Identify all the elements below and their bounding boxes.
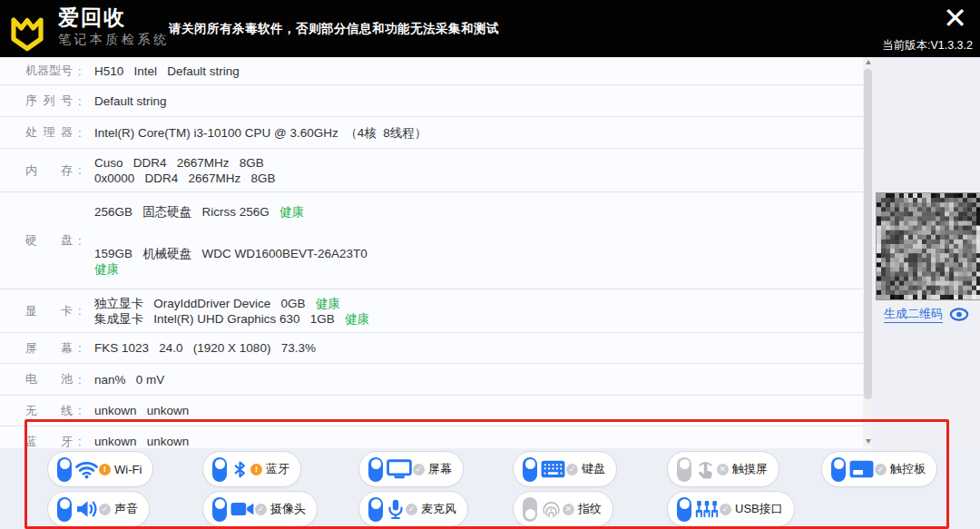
spec-value-line: 独立显卡 OrayIddDriver Device 0GB 健康 [94, 296, 864, 311]
header-bar: 爱回收 笔记本质检系统 请关闭所有杀毒软件，否则部分信息和功能无法采集和测试 ✕… [0, 0, 980, 57]
vertical-scrollbar[interactable] [863, 57, 873, 446]
spec-value-line: unkown unkown [94, 403, 864, 418]
toggle-wifi[interactable]: !Wi-Fi [47, 451, 153, 487]
scroll-down-icon[interactable] [863, 436, 873, 446]
touchpad-icon [849, 460, 874, 478]
toggle-switch-icon[interactable] [368, 497, 383, 522]
health-badge: 健康 [316, 297, 340, 310]
toggle-switch-icon[interactable] [212, 457, 227, 482]
spec-label: 电池: [0, 364, 83, 395]
version-label: 当前版本:V1.3.3.2 [882, 38, 973, 54]
microphone-icon [387, 499, 405, 519]
generate-qr-link[interactable]: 生成二维码 [884, 306, 943, 323]
toggle-switch-icon[interactable] [677, 457, 691, 482]
toggle-label: 指纹 [578, 501, 602, 517]
close-button[interactable]: ✕ [943, 0, 967, 36]
status-pass-icon: ✓ [99, 504, 111, 515]
toggle-keyboard[interactable]: ✓键盘 [513, 451, 617, 487]
spec-value-line: nan% 0 mV [94, 372, 864, 387]
spec-label: 屏幕: [0, 333, 83, 363]
bluetooth-icon [230, 460, 250, 479]
spec-value-line: 159GB 机械硬盘 WDC WD1600BEVT-26A23T0 [94, 246, 864, 261]
status-warn-icon: ! [99, 464, 111, 475]
status-pass-icon: ✓ [566, 464, 578, 475]
spec-label: 硬盘: [0, 192, 83, 289]
app-subtitle: 笔记本质检系统 [58, 32, 170, 48]
toggle-label: 触控板 [890, 461, 926, 477]
camera-icon [230, 500, 254, 518]
toggle-switch-icon[interactable] [57, 497, 72, 522]
toggle-label: 屏幕 [428, 461, 452, 477]
laptop-inspection-app: 爱回收 笔记本质检系统 请关闭所有杀毒软件，否则部分信息和功能无法采集和测试 ✕… [0, 0, 980, 529]
health-badge: 健康 [345, 312, 369, 326]
spec-row-gpu: 显卡:独立显卡 OrayIddDriver Device 0GB 健康集成显卡 … [0, 289, 864, 333]
spec-row-cpu: 处理器:Intel(R) Core(TM) i3-10100 CPU @ 3.6… [0, 117, 864, 149]
usb-icon [695, 500, 719, 519]
toggle-camera[interactable]: ✓摄像头 [202, 491, 318, 527]
spec-value-line: 健康 [94, 261, 864, 277]
spec-row-machine: 机器型号:H510 Intel Default string [0, 57, 864, 85]
toggle-switch-icon[interactable] [523, 497, 537, 522]
spec-label: 处理器: [0, 117, 83, 148]
toggle-switch-icon[interactable] [831, 457, 846, 482]
spec-value-line: Cuso DDR4 2667MHz 8GB [94, 155, 864, 171]
scroll-up-icon[interactable] [863, 57, 873, 67]
toggle-fingerprint[interactable]: ✕指纹 [513, 491, 613, 527]
touchscreen-icon [695, 460, 716, 479]
scrollbar-thumb[interactable] [864, 69, 872, 399]
spec-row-battery: 电池:nan% 0 mV [0, 364, 864, 396]
status-warn-icon: ! [250, 464, 262, 475]
spec-value-line: Intel(R) Core(TM) i3-10100 CPU @ 3.60GHz… [94, 125, 864, 141]
qr-panel: 生成二维码 [873, 57, 980, 448]
status-pass-icon: ✓ [720, 504, 731, 515]
keyboard-icon [541, 460, 565, 478]
spec-label: 机器型号: [0, 57, 83, 84]
app-title: 爱回收 [58, 5, 170, 29]
toggle-touchpad[interactable]: ✓触控板 [821, 451, 937, 487]
toggle-switch-icon[interactable] [677, 497, 691, 522]
spec-value-line: H510 Intel Default string [94, 64, 864, 79]
toggle-switch-icon[interactable] [57, 457, 72, 482]
spec-label: 内存: [0, 149, 83, 191]
spec-value-line: Default string [94, 93, 864, 109]
toggle-switch-icon[interactable] [368, 457, 383, 482]
status-pass-icon: ✓ [406, 504, 417, 515]
spec-row-serial: 序列号:Default string [0, 85, 864, 117]
hardware-spec-list: 机器型号:H510 Intel Default string序列号:Defaul… [0, 57, 864, 456]
health-badge: 健康 [279, 205, 304, 219]
toggle-label: 摄像头 [270, 501, 306, 517]
aihuishou-logo-icon [5, 5, 49, 56]
toggle-label: 蓝牙 [266, 461, 289, 477]
toggle-screen[interactable]: ✓屏幕 [358, 451, 464, 487]
spec-row-screen: 屏幕:FKS 1023 24.0 (1920 X 1080) 73.3% [0, 333, 864, 364]
spec-label: 显卡: [0, 289, 83, 332]
status-na-icon: ✕ [563, 504, 574, 515]
status-na-icon: ✕ [717, 464, 729, 475]
spec-value-line: 集成显卡 Intel(R) UHD Graphics 630 1GB 健康 [94, 311, 864, 327]
wifi-icon [75, 460, 98, 479]
spec-label: 序列号: [0, 85, 83, 116]
toggle-touchscreen[interactable]: ✕触摸屏 [667, 451, 779, 487]
toggle-bluetooth[interactable]: !蓝牙 [202, 451, 301, 487]
toggle-label: 声音 [114, 501, 138, 517]
toggle-switch-icon[interactable] [212, 497, 227, 522]
toggle-label: Wi-Fi [114, 463, 142, 476]
toggle-sound[interactable]: ✓声音 [47, 491, 150, 527]
qr-code-image [876, 192, 980, 300]
screen-icon [387, 459, 412, 479]
antivirus-warning-text: 请关闭所有杀毒软件，否则部分信息和功能无法采集和测试 [169, 21, 499, 37]
spec-value-line: FKS 1023 24.0 (1920 X 1080) 73.3% [94, 340, 864, 356]
toggle-usb[interactable]: ✓USB接口 [667, 491, 795, 527]
spec-row-memory: 内存:Cuso DDR4 2667MHz 8GB0x0000 DDR4 2667… [0, 149, 864, 192]
status-pass-icon: ✓ [255, 504, 267, 515]
eye-icon[interactable] [949, 308, 969, 321]
fingerprint-icon [541, 499, 562, 520]
toggle-switch-icon[interactable] [523, 457, 537, 482]
spec-value-line: 256GB 固态硬盘 Ricrss 256G 健康 [94, 204, 864, 220]
device-test-toggle-panel: !Wi-Fi!蓝牙✓屏幕✓键盘✕触摸屏✓触控板✓声音✓摄像头✓麦克风✕指纹✓US… [0, 448, 980, 529]
toggle-microphone[interactable]: ✓麦克风 [358, 491, 468, 527]
toggle-label: 麦克风 [421, 501, 456, 517]
speaker-icon [75, 499, 98, 519]
spec-row-wireless: 无线:unkown unkown [0, 396, 864, 426]
toggle-label: USB接口 [735, 501, 783, 517]
